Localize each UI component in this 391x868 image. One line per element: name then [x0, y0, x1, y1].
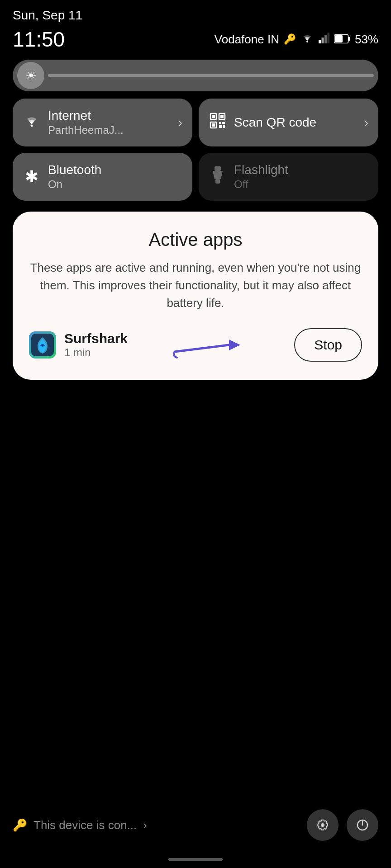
svg-rect-6	[348, 37, 350, 41]
svg-rect-14	[212, 123, 215, 127]
flashlight-tile-title: Flashlight	[234, 163, 288, 177]
status-date: Sun, Sep 11	[13, 8, 82, 23]
vpn-key-icon: 🔑	[13, 818, 27, 832]
quick-tiles-grid: Internet ParthHeemaJ... › Scan QR code ›	[0, 99, 391, 201]
vpn-status-row[interactable]: 🔑 This device is con... ›	[13, 818, 147, 832]
svg-rect-1	[319, 40, 321, 43]
battery-icon	[334, 33, 350, 47]
vpn-icon: 🔑	[284, 33, 296, 45]
stop-arrow-container	[136, 331, 286, 359]
internet-tile-arrow: ›	[178, 116, 182, 130]
bluetooth-tile-text: Bluetooth On	[48, 163, 101, 191]
status-bar: Sun, Sep 11	[0, 0, 391, 27]
svg-marker-20	[213, 171, 223, 179]
svg-rect-16	[222, 122, 225, 124]
brightness-slider[interactable]: ☀	[13, 60, 378, 91]
brightness-icon: ☀	[17, 62, 44, 89]
internet-tile-title: Internet	[48, 108, 124, 123]
svg-rect-15	[219, 122, 221, 124]
power-button[interactable]	[347, 809, 378, 841]
scan-qr-tile-arrow: ›	[364, 116, 368, 130]
active-apps-card: Active apps These apps are active and ru…	[13, 212, 378, 380]
vpn-status-text: This device is con...	[33, 818, 137, 832]
arrow-graphic	[170, 331, 252, 359]
svg-rect-12	[220, 115, 224, 118]
scan-qr-tile-title: Scan QR code	[234, 115, 316, 130]
bottom-bar: 🔑 This device is con... ›	[0, 809, 391, 841]
active-apps-description: These apps are active and running, even …	[29, 259, 362, 312]
svg-point-0	[306, 41, 308, 42]
signal-icon	[319, 33, 329, 47]
vpn-arrow-icon: ›	[143, 818, 147, 832]
active-apps-title: Active apps	[29, 230, 362, 250]
svg-rect-2	[321, 38, 324, 43]
tile-scan-qr[interactable]: Scan QR code ›	[199, 99, 378, 146]
svg-rect-19	[215, 166, 221, 171]
bluetooth-tile-title: Bluetooth	[48, 163, 101, 177]
svg-rect-3	[324, 35, 327, 43]
stop-button[interactable]: Stop	[294, 328, 362, 362]
svg-rect-21	[215, 179, 220, 184]
surfshark-app-time: 1 min	[64, 346, 128, 359]
flashlight-tile-subtitle: Off	[234, 178, 288, 191]
svg-rect-10	[212, 115, 215, 118]
battery-percent: 53%	[355, 33, 378, 47]
scan-qr-tile-text: Scan QR code	[234, 115, 316, 130]
flashlight-tile-icon	[209, 166, 227, 187]
svg-rect-4	[327, 33, 329, 43]
tile-internet[interactable]: Internet ParthHeemaJ... ›	[13, 99, 192, 146]
app-row-surfshark: Surfshark 1 min Stop	[29, 328, 362, 362]
bottom-action-buttons	[307, 809, 378, 841]
qr-tile-icon	[209, 113, 227, 132]
svg-marker-24	[229, 340, 240, 350]
svg-rect-17	[219, 125, 222, 128]
svg-line-23	[175, 345, 229, 352]
bluetooth-tile-subtitle: On	[48, 178, 101, 191]
tile-flashlight[interactable]: Flashlight Off	[199, 153, 378, 201]
wifi-tile-icon	[23, 113, 41, 132]
settings-button[interactable]	[307, 809, 339, 841]
tile-bluetooth[interactable]: ✱ Bluetooth On	[13, 153, 192, 201]
flashlight-tile-text: Flashlight Off	[234, 163, 288, 191]
home-indicator	[168, 858, 223, 861]
surfshark-app-info: Surfshark 1 min	[64, 331, 128, 359]
wifi-icon	[300, 33, 314, 47]
time-display: 11:50	[13, 27, 65, 52]
svg-point-8	[31, 125, 33, 127]
surfshark-app-name: Surfshark	[64, 331, 128, 346]
internet-tile-text: Internet ParthHeemaJ...	[48, 108, 124, 137]
carrier-name: Vodafone IN	[215, 33, 279, 47]
brightness-track	[48, 74, 374, 77]
svg-rect-7	[335, 35, 343, 42]
bluetooth-tile-icon: ✱	[23, 167, 41, 186]
surfshark-app-icon	[29, 331, 56, 359]
svg-rect-18	[223, 125, 225, 128]
internet-tile-subtitle: ParthHeemaJ...	[48, 124, 124, 137]
